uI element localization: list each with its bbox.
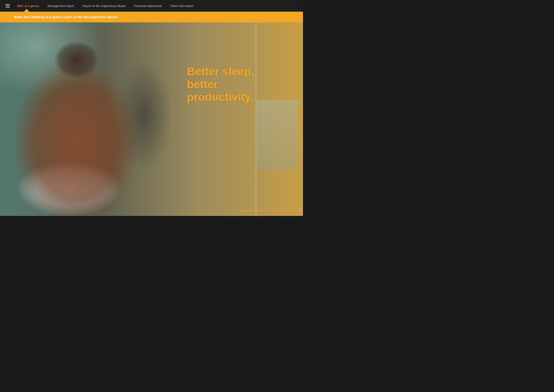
hero-title: Better sleep, better productivity. <box>187 65 285 104</box>
hamburger-line-3 <box>6 7 10 7</box>
glass-chairs <box>256 100 298 170</box>
nav-item-supervisory[interactable]: Report of the Supervisory Board <box>82 4 126 8</box>
hero-title-line2: better productivity. <box>187 78 253 103</box>
hamburger-line-2 <box>6 6 10 6</box>
nav-item-management[interactable]: Management report <box>48 4 74 8</box>
nav-item-bbh[interactable]: BBH at a glance <box>17 4 39 8</box>
page-number: 3 <box>299 209 301 212</box>
nav-item-other[interactable]: Other information <box>170 4 194 8</box>
hero-section: Better sleep, better productivity. BETER… <box>0 22 303 216</box>
person-overlay <box>0 32 182 216</box>
hero-title-line1: Better sleep, <box>187 65 254 78</box>
footer-year: 2022 ANNUAL REPORT <box>270 210 296 212</box>
nav-menu: BBH at a glance Management report Report… <box>17 4 194 8</box>
hamburger-menu[interactable] <box>6 4 10 7</box>
nav-item-financial[interactable]: Financial statements <box>134 4 162 8</box>
hero-content: Better sleep, better productivity. <box>187 65 285 104</box>
hero-footer: BETER BED HOLDING NV 2022 ANNUAL REPORT <box>240 210 296 212</box>
banner-text: Beter Bed Holding at a glance (part of t… <box>14 15 117 19</box>
navbar: BBH at a glance Management report Report… <box>0 0 303 12</box>
hamburger-line-1 <box>6 4 10 5</box>
orange-banner: Beter Bed Holding at a glance (part of t… <box>0 12 303 22</box>
footer-company: BETER BED HOLDING NV <box>240 210 269 212</box>
